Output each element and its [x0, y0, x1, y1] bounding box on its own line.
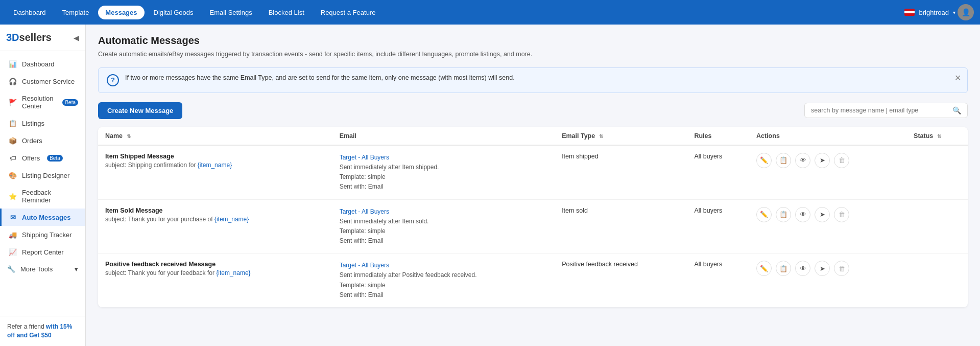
- truck-icon: 🚚: [9, 230, 17, 239]
- offers-badge: Beta: [47, 155, 63, 162]
- sidebar-item-listings[interactable]: 📋 Listings: [0, 114, 85, 132]
- edit-button-2[interactable]: ✏️: [756, 261, 772, 276]
- delete-button-0[interactable]: 🗑: [834, 153, 849, 168]
- send-button-2[interactable]: ➤: [815, 261, 830, 276]
- copy-button-0[interactable]: 📋: [776, 153, 791, 168]
- search-input[interactable]: [811, 107, 948, 114]
- copy-button-1[interactable]: 📋: [776, 207, 791, 222]
- col-email-type[interactable]: Email Type ⇅: [555, 127, 687, 145]
- box-icon: 📦: [9, 136, 17, 145]
- sidebar-label-listing-designer: Listing Designer: [22, 172, 69, 179]
- cell-email-2: Target - All Buyers Sent immediately aft…: [332, 253, 555, 307]
- sidebar-label-auto-messages: Auto Messages: [22, 214, 70, 221]
- cell-name-0: Item Shipped Message subject: Shipping c…: [98, 145, 332, 199]
- page-subtitle: Create automatic emails/eBay messages tr…: [98, 50, 968, 59]
- tag-icon: 🏷: [9, 154, 17, 162]
- edit-button-1[interactable]: ✏️: [756, 207, 772, 222]
- copy-button-2[interactable]: 📋: [776, 261, 791, 276]
- delete-button-2[interactable]: 🗑: [834, 261, 849, 276]
- nav-blocked-list[interactable]: Blocked List: [261, 6, 312, 19]
- paint-icon: 🎨: [9, 171, 17, 179]
- refer-footer: Refer a friend with 15% off and Get $50: [0, 316, 85, 346]
- col-email: Email: [332, 127, 555, 145]
- sidebar-item-orders[interactable]: 📦 Orders: [0, 132, 85, 149]
- cell-actions-1: ✏️ 📋 👁 ➤ 🗑: [749, 199, 906, 253]
- sidebar-item-auto-messages[interactable]: ✉ Auto Messages: [0, 209, 85, 226]
- email-detail-1: Target - All Buyers Sent immediately aft…: [340, 207, 547, 246]
- cell-name-2: Positive feedback received Message subje…: [98, 253, 332, 307]
- sidebar-item-listing-designer[interactable]: 🎨 Listing Designer: [0, 167, 85, 184]
- sidebar-label-offers: Offers: [22, 154, 40, 162]
- search-box: 🔍: [804, 103, 968, 118]
- sidebar-item-more-tools[interactable]: 🔧 More Tools ▾: [0, 261, 85, 278]
- top-nav: Dashboard Template Messages Digital Good…: [0, 0, 980, 25]
- chevron-down-icon: ▾: [953, 10, 955, 15]
- cell-rules-2: All buyers: [687, 253, 749, 307]
- cell-email-type-0: Item shipped: [555, 145, 687, 199]
- more-tools-chevron-icon: ▾: [75, 265, 78, 273]
- col-rules: Rules: [687, 127, 749, 145]
- list-icon: 📋: [9, 119, 17, 127]
- table-row: Item Shipped Message subject: Shipping c…: [98, 145, 968, 199]
- sort-email-type-icon: ⇅: [599, 133, 603, 139]
- info-text: If two or more messages have the same Em…: [125, 74, 959, 81]
- sidebar-item-resolution-center[interactable]: 🚩 Resolution Center Beta: [0, 90, 85, 114]
- chart-icon: 📊: [9, 60, 17, 68]
- toolbar: Create New Message 🔍: [98, 102, 968, 119]
- col-name[interactable]: Name ⇅: [98, 127, 332, 145]
- headset-icon: 🎧: [9, 77, 17, 85]
- edit-button-0[interactable]: ✏️: [756, 153, 772, 168]
- sort-status-icon: ⇅: [937, 133, 941, 139]
- send-button-0[interactable]: ➤: [815, 153, 830, 168]
- info-box: ? If two or more messages have the same …: [98, 67, 968, 93]
- msg-name-1: Item Sold Message: [105, 207, 325, 214]
- sidebar-label-shipping-tracker: Shipping Tracker: [22, 231, 72, 239]
- nav-email-settings[interactable]: Email Settings: [203, 6, 259, 19]
- nav-request-feature[interactable]: Request a Feature: [314, 6, 383, 19]
- preview-button-1[interactable]: 👁: [795, 207, 810, 222]
- create-new-message-button[interactable]: Create New Message: [98, 102, 182, 119]
- sidebar-label-dashboard: Dashboard: [22, 60, 55, 68]
- sidebar-item-customer-service[interactable]: 🎧 Customer Service: [0, 73, 85, 90]
- sidebar-label-resolution-center: Resolution Center: [22, 95, 55, 110]
- nav-digital-goods[interactable]: Digital Goods: [147, 6, 201, 19]
- delete-button-1[interactable]: 🗑: [834, 207, 849, 222]
- nav-messages[interactable]: Messages: [98, 6, 144, 19]
- sort-name-icon: ⇅: [127, 133, 131, 139]
- sidebar-item-shipping-tracker[interactable]: 🚚 Shipping Tracker: [0, 226, 85, 243]
- cell-status-2: [906, 253, 968, 307]
- cell-actions-0: ✏️ 📋 👁 ➤ 🗑: [749, 145, 906, 199]
- sidebar-label-listings: Listings: [22, 120, 44, 127]
- collapse-icon[interactable]: ◀: [74, 34, 79, 42]
- col-actions: Actions: [749, 127, 906, 145]
- nav-dashboard[interactable]: Dashboard: [6, 6, 53, 19]
- sidebar-label-feedback-reminder: Feedback Reminder: [22, 189, 78, 204]
- cell-email-type-1: Item sold: [555, 199, 687, 253]
- avatar[interactable]: 👤: [958, 4, 974, 20]
- email-detail-2: Target - All Buyers Sent immediately aft…: [340, 261, 547, 300]
- star-icon: ⭐: [9, 192, 17, 200]
- col-status[interactable]: Status ⇅: [906, 127, 968, 145]
- sidebar-item-feedback-reminder[interactable]: ⭐ Feedback Reminder: [0, 184, 85, 209]
- sidebar: 3Dsellers ◀ 📊 Dashboard 🎧 Customer Servi…: [0, 25, 86, 346]
- flag-nav-icon: 🚩: [9, 98, 17, 106]
- msg-subject-2: subject: Thank you for your feedback for…: [105, 269, 325, 276]
- table-row: Positive feedback received Message subje…: [98, 253, 968, 307]
- preview-button-0[interactable]: 👁: [795, 153, 810, 168]
- cell-status-0: [906, 145, 968, 199]
- close-icon[interactable]: ✕: [954, 73, 961, 83]
- sidebar-item-dashboard[interactable]: 📊 Dashboard: [0, 55, 85, 73]
- search-icon: 🔍: [952, 106, 961, 114]
- msg-subject-1: subject: Thank you for your purchase of …: [105, 216, 325, 223]
- sidebar-item-offers[interactable]: 🏷 Offers Beta: [0, 149, 85, 167]
- nav-template[interactable]: Template: [55, 6, 97, 19]
- account-name: brightroad: [919, 9, 949, 16]
- sidebar-label-more-tools: More Tools: [20, 265, 53, 273]
- preview-button-2[interactable]: 👁: [795, 261, 810, 276]
- cell-name-1: Item Sold Message subject: Thank you for…: [98, 199, 332, 253]
- send-button-1[interactable]: ➤: [815, 207, 830, 222]
- sidebar-item-report-center[interactable]: 📈 Report Center: [0, 243, 85, 261]
- cell-status-1: [906, 199, 968, 253]
- cell-rules-0: All buyers: [687, 145, 749, 199]
- account-selector[interactable]: brightroad ▾: [904, 9, 955, 16]
